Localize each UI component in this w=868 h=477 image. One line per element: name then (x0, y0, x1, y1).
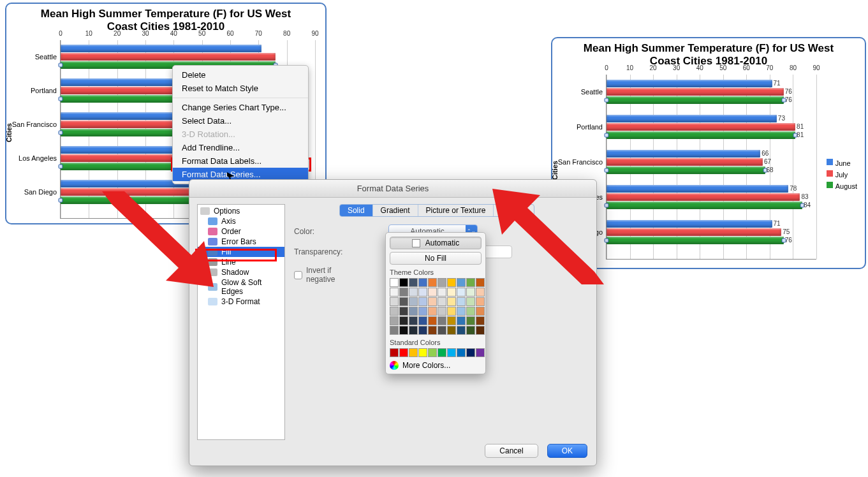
context-menu[interactable]: DeleteReset to Match StyleChange Series … (172, 65, 309, 184)
theme-color-swatch[interactable] (457, 297, 466, 306)
theme-color-swatch[interactable] (409, 316, 418, 325)
theme-color-swatch[interactable] (409, 326, 418, 335)
chart-panel-after[interactable]: Mean High Summer Temperature (F) for US … (551, 37, 866, 269)
theme-color-swatch[interactable] (457, 278, 466, 287)
theme-color-swatch[interactable] (457, 288, 466, 297)
bar-july[interactable] (607, 193, 800, 201)
theme-color-swatch[interactable] (399, 316, 408, 325)
theme-color-swatch[interactable] (428, 288, 437, 297)
chart-legend[interactable]: JuneJulyAugust (827, 159, 857, 193)
standard-color-swatch[interactable] (447, 348, 456, 357)
theme-color-swatch[interactable] (447, 316, 456, 325)
theme-color-swatch[interactable] (438, 316, 446, 325)
fill-type-tabs[interactable]: SolidGradientPicture or TexturePattern (339, 204, 534, 217)
theme-color-swatch[interactable] (438, 288, 446, 297)
theme-color-grid[interactable] (390, 278, 482, 335)
legend-item[interactable]: June (827, 159, 857, 168)
bar-july[interactable] (607, 88, 784, 96)
standard-color-swatch[interactable] (438, 348, 446, 357)
theme-color-swatch[interactable] (390, 316, 399, 325)
context-menu-item[interactable]: Change Series Chart Type... (173, 101, 308, 114)
no-fill-button[interactable]: No Fill (390, 252, 482, 265)
transparency-value[interactable] (482, 246, 512, 258)
legend-item[interactable]: August (827, 182, 857, 191)
standard-color-swatch[interactable] (399, 348, 408, 357)
bar-june[interactable] (607, 185, 788, 193)
tree-item-options[interactable]: Options (198, 206, 284, 216)
theme-color-swatch[interactable] (457, 307, 466, 316)
theme-color-swatch[interactable] (457, 326, 466, 335)
tree-item-glow-soft-edges[interactable]: Glow & Soft Edges (198, 277, 284, 297)
standard-color-swatch[interactable] (418, 348, 427, 357)
color-picker-popover[interactable]: Automatic No Fill Theme Colors Standard … (385, 232, 486, 374)
theme-color-swatch[interactable] (476, 297, 485, 306)
fill-tab-gradient[interactable]: Gradient (373, 205, 418, 216)
standard-color-grid[interactable] (390, 348, 482, 357)
theme-color-swatch[interactable] (390, 297, 399, 306)
theme-color-swatch[interactable] (428, 307, 437, 316)
theme-color-swatch[interactable] (418, 316, 427, 325)
theme-color-swatch[interactable] (409, 297, 418, 306)
options-tree[interactable]: OptionsAxisOrderError BarsFillLineShadow… (197, 204, 285, 440)
theme-color-swatch[interactable] (399, 297, 408, 306)
context-menu-item[interactable]: Select Data... (173, 114, 308, 128)
theme-color-swatch[interactable] (476, 307, 485, 316)
automatic-color-button[interactable]: Automatic (390, 237, 482, 249)
theme-color-swatch[interactable] (399, 288, 408, 297)
bar-august[interactable] (607, 96, 784, 104)
bar-august[interactable] (607, 237, 784, 244)
theme-color-swatch[interactable] (418, 307, 427, 316)
context-menu-item[interactable]: Reset to Match Style (173, 82, 308, 95)
theme-color-swatch[interactable] (418, 297, 427, 306)
theme-color-swatch[interactable] (428, 297, 437, 306)
more-colors-button[interactable]: More Colors... (390, 361, 482, 370)
tree-item-line[interactable]: Line (198, 257, 284, 267)
theme-color-swatch[interactable] (390, 326, 399, 335)
chart-plot-area[interactable]: 0102030405060708090Seattle717676Portland… (606, 75, 816, 260)
fill-tab-solid[interactable]: Solid (340, 205, 373, 216)
tree-item-error-bars[interactable]: Error Bars (198, 237, 284, 247)
theme-color-swatch[interactable] (438, 278, 446, 287)
bar-july[interactable] (607, 228, 781, 236)
theme-color-swatch[interactable] (476, 316, 485, 325)
theme-color-swatch[interactable] (438, 297, 446, 306)
bar-june[interactable] (607, 115, 777, 122)
theme-color-swatch[interactable] (428, 278, 437, 287)
theme-color-swatch[interactable] (418, 326, 427, 335)
theme-color-swatch[interactable] (409, 278, 418, 287)
legend-item[interactable]: July (827, 170, 857, 179)
theme-color-swatch[interactable] (457, 316, 466, 325)
bar-august[interactable] (607, 166, 765, 174)
theme-color-swatch[interactable] (390, 307, 399, 316)
theme-color-swatch[interactable] (438, 326, 446, 335)
standard-color-swatch[interactable] (476, 348, 485, 357)
theme-color-swatch[interactable] (447, 326, 456, 335)
theme-color-swatch[interactable] (476, 288, 485, 297)
tree-item-3-d-format[interactable]: 3-D Format (198, 297, 284, 307)
theme-color-swatch[interactable] (390, 288, 399, 297)
theme-color-swatch[interactable] (476, 326, 485, 335)
tree-item-shadow[interactable]: Shadow (198, 267, 284, 277)
theme-color-swatch[interactable] (447, 307, 456, 316)
theme-color-swatch[interactable] (466, 307, 475, 316)
theme-color-swatch[interactable] (466, 326, 475, 335)
standard-color-swatch[interactable] (390, 348, 399, 357)
bar-june[interactable] (607, 80, 772, 87)
theme-color-swatch[interactable] (390, 278, 399, 287)
invert-if-negative-checkbox[interactable] (294, 271, 302, 279)
tree-item-order[interactable]: Order (198, 226, 284, 237)
standard-color-swatch[interactable] (466, 348, 475, 357)
theme-color-swatch[interactable] (476, 278, 485, 287)
tree-item-axis[interactable]: Axis (198, 216, 284, 226)
theme-color-swatch[interactable] (466, 278, 475, 287)
ok-button[interactable]: OK (547, 444, 587, 458)
theme-color-swatch[interactable] (466, 316, 475, 325)
theme-color-swatch[interactable] (447, 288, 456, 297)
theme-color-swatch[interactable] (428, 316, 437, 325)
bar-june[interactable] (61, 45, 261, 52)
theme-color-swatch[interactable] (409, 288, 418, 297)
fill-tab-picture-or-texture[interactable]: Picture or Texture (418, 205, 494, 216)
standard-color-swatch[interactable] (428, 348, 437, 357)
theme-color-swatch[interactable] (447, 297, 456, 306)
cancel-button[interactable]: Cancel (485, 444, 538, 458)
